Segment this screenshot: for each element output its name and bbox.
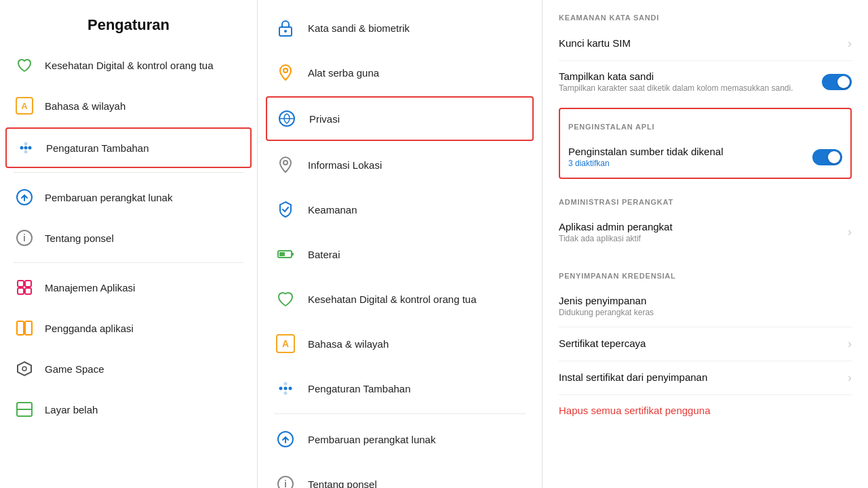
chevron-right-icon: › — [848, 37, 852, 51]
language2-icon: A — [274, 332, 297, 355]
svg-point-4 — [24, 150, 28, 154]
instal-sertifikat-title: Instal sertifikat dari penyimpanan — [559, 371, 707, 383]
mid-label-privasi: Privasi — [309, 113, 340, 125]
mid-label-alat-serba: Alat serba guna — [308, 67, 379, 79]
svg-point-27 — [284, 387, 288, 390]
jenis-penyimpanan-sub: Didukung perangkat keras — [559, 308, 654, 317]
sidebar-label-app-management: Manajemen Aplikasi — [45, 282, 135, 293]
section-header-administrasi: ADMINISTRASI PERANGKAT — [559, 184, 852, 211]
tampilkan-sandi-title: Tampilkan kata sandi — [559, 70, 793, 82]
lock-icon — [274, 16, 297, 39]
sidebar-label-software-update: Pembaruan perangkat lunak — [45, 192, 172, 203]
right-item-instal-sertifikat[interactable]: Instal sertifikat dari penyimpanan › — [559, 361, 852, 395]
mid-item-language2[interactable]: A Bahasa & wilayah — [258, 321, 542, 366]
arrow-up-icon — [14, 186, 35, 208]
svg-rect-8 — [18, 281, 24, 287]
tampilkan-sandi-sub: Tampilkan karakter saat diketik dalam ko… — [559, 83, 793, 93]
dots-icon — [15, 137, 37, 159]
info2-icon: i — [274, 472, 297, 488]
left-column: Pengaturan Kesehatan Digital & kontrol o… — [0, 0, 258, 488]
sidebar-item-dual-app[interactable]: Pengganda aplikasi — [0, 308, 257, 348]
game-icon — [14, 358, 35, 380]
mid-label-keamanan: Keamanan — [308, 204, 357, 216]
svg-point-14 — [22, 367, 26, 371]
mid-label-kata-sandi: Kata sandi & biometrik — [308, 22, 410, 34]
svg-point-29 — [284, 382, 288, 386]
mid-item-software2[interactable]: Pembaruan perangkat lunak — [258, 417, 542, 462]
admin-app-sub: Tidak ada aplikasi aktif — [559, 234, 673, 243]
svg-rect-25 — [279, 252, 285, 256]
mid-label-baterai: Baterai — [308, 249, 340, 260]
right-item-sumber-tidak-dikenal[interactable]: Penginstalan sumber tidak dikenal 3 diak… — [568, 136, 842, 178]
right-item-sertifikat-tepercaya[interactable]: Sertifikat tepercaya › — [559, 327, 852, 361]
sidebar-item-app-management[interactable]: Manajemen Aplikasi — [0, 267, 257, 308]
section-keamanan-kata-sandi: KEAMANAN KATA SANDI Kunci kartu SIM › Ta… — [559, 0, 852, 102]
svg-text:i: i — [23, 232, 26, 243]
mid-item-digital-health2[interactable]: Kesehatan Digital & kontrol orang tua — [258, 277, 542, 321]
divider-2 — [14, 262, 243, 263]
right-item-hapus-sertifikat[interactable]: Hapus semua sertifikat pengguna — [559, 395, 852, 427]
shield-icon — [274, 198, 297, 221]
page-title: Pengaturan — [0, 0, 257, 45]
svg-point-3 — [24, 142, 28, 146]
sidebar-item-language[interactable]: A Bahasa & wilayah — [0, 85, 257, 126]
mid-divider-1 — [274, 413, 526, 414]
sidebar-label-language: Bahasa & wilayah — [45, 100, 125, 112]
section-penyimpanan-kredensial: PENYIMPANAN KREDENSIAL Jenis penyimpanan… — [559, 258, 852, 427]
chevron-right-icon-2: › — [848, 225, 852, 239]
admin-app-title: Aplikasi admin perangkat — [559, 221, 673, 232]
mid-item-about2[interactable]: i Tentang ponsel — [258, 462, 542, 488]
sidebar-item-extra-settings[interactable]: Pengaturan Tambahan — [5, 127, 252, 168]
chevron-right-icon-3: › — [848, 337, 852, 351]
heart2-icon — [274, 287, 297, 310]
sidebar-label-dual-app: Pengganda aplikasi — [45, 323, 134, 334]
sumber-tidak-dikenal-sub: 3 diaktifkan — [568, 159, 723, 168]
sumber-tidak-dikenal-toggle[interactable] — [812, 149, 842, 165]
sidebar-label-digital-health: Kesehatan Digital & kontrol orang tua — [45, 60, 214, 71]
sidebar-label-game-space: Game Space — [45, 363, 104, 375]
section-header-penyimpanan: PENYIMPANAN KREDENSIAL — [559, 258, 852, 285]
svg-rect-11 — [25, 288, 31, 294]
svg-point-30 — [284, 392, 288, 395]
svg-point-2 — [28, 146, 32, 150]
sidebar-item-software-update[interactable]: Pembaruan perangkat lunak — [0, 177, 257, 218]
sertifikat-tepercaya-title: Sertifikat tepercaya — [559, 338, 646, 349]
sidebar-item-game-space[interactable]: Game Space — [0, 348, 257, 389]
sidebar-label-split-screen: Layar belah — [45, 404, 98, 415]
svg-rect-10 — [18, 288, 24, 294]
divider-1 — [14, 172, 243, 173]
section-header-keamanan: KEAMANAN KATA SANDI — [559, 0, 852, 27]
svg-point-26 — [279, 387, 283, 390]
battery-icon — [274, 243, 297, 266]
mid-column: Kata sandi & biometrik Alat serba guna P… — [258, 0, 542, 488]
svg-point-18 — [284, 30, 287, 33]
mid-item-alat-serba[interactable]: Alat serba guna — [258, 50, 542, 95]
section-header-penginstalan: PENGINSTALAN APLI — [568, 109, 842, 136]
location-orange-icon — [274, 61, 297, 84]
svg-point-0 — [20, 146, 24, 150]
mid-label-about2: Tentang ponsel — [308, 479, 377, 489]
sidebar-item-about[interactable]: i Tentang ponsel — [0, 218, 257, 258]
svg-text:i: i — [284, 479, 287, 488]
mid-item-keamanan[interactable]: Keamanan — [258, 187, 542, 232]
right-item-tampilkan-sandi[interactable]: Tampilkan kata sandi Tampilkan karakter … — [559, 61, 852, 102]
mid-item-privasi[interactable]: Privasi — [266, 96, 534, 141]
right-item-jenis-penyimpanan[interactable]: Jenis penyimpanan Didukung perangkat ker… — [559, 285, 852, 327]
tampilkan-sandi-toggle[interactable] — [822, 74, 852, 90]
mid-item-baterai[interactable]: Baterai — [258, 232, 542, 277]
arrow-up2-icon — [274, 428, 297, 451]
kunci-sim-title: Kunci kartu SIM — [559, 37, 631, 49]
mid-item-lokasi[interactable]: Informasi Lokasi — [258, 142, 542, 187]
right-item-admin-app[interactable]: Aplikasi admin perangkat Tidak ada aplik… — [559, 211, 852, 253]
right-item-kunci-sim[interactable]: Kunci kartu SIM › — [559, 27, 852, 61]
info-icon: i — [14, 227, 35, 249]
svg-point-19 — [283, 68, 288, 73]
sidebar-item-digital-health[interactable]: Kesehatan Digital & kontrol orang tua — [0, 45, 257, 85]
mid-item-kata-sandi[interactable]: Kata sandi & biometrik — [258, 5, 542, 50]
dual-icon — [14, 317, 35, 339]
sidebar-item-split-screen[interactable]: Layar belah — [0, 389, 257, 430]
section-penginstalan-apli: PENGINSTALAN APLI Penginstalan sumber ti… — [559, 108, 852, 179]
mid-item-extra2[interactable]: Pengaturan Tambahan — [258, 366, 542, 411]
location-icon — [274, 153, 297, 176]
right-column: KEAMANAN KATA SANDI Kunci kartu SIM › Ta… — [542, 0, 868, 488]
